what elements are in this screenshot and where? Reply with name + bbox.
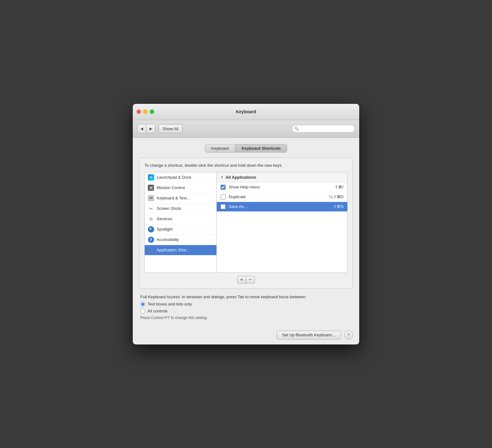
category-mission[interactable]: ▦ Mission Control xyxy=(145,183,216,193)
launchpad-icon: ⊞ xyxy=(148,174,154,181)
main-panel: To change a shortcut, double-click the s… xyxy=(139,158,353,289)
category-screenshots[interactable]: ✂ Screen Shots xyxy=(145,204,216,214)
content-area: Keyboard Keyboard Shortcuts To change a … xyxy=(133,138,359,326)
main-window: Keyboard ◀ ▶ Show All 🔍 Keyboard Keyboar… xyxy=(133,104,359,344)
traffic-lights xyxy=(137,109,154,114)
bluetooth-keyboard-button[interactable]: Set Up Bluetooth Keyboard… xyxy=(277,331,341,339)
shortcut-name-duplicate: Duplicate xyxy=(229,194,328,199)
forward-button[interactable]: ▶ xyxy=(146,124,155,133)
shortcut-group-label: All Applications xyxy=(226,175,256,180)
collapse-triangle[interactable]: ▼ xyxy=(221,176,224,179)
close-button[interactable] xyxy=(137,109,141,114)
shortcut-checkbox-show-help[interactable] xyxy=(221,185,226,190)
shortcut-checkbox-duplicate[interactable] xyxy=(221,194,226,199)
shortcuts-panel: ▼ All Applications Show Help menu ⇧⌘/ Du… xyxy=(217,172,348,273)
maximize-button[interactable] xyxy=(150,109,154,114)
window-title: Keyboard xyxy=(236,109,256,114)
instruction-text: To change a shortcut, double-click the s… xyxy=(144,163,348,168)
keyboard-access-title: Full Keyboard Access: In windows and dia… xyxy=(140,294,352,299)
keyboard-text-icon: ⌨ xyxy=(148,195,154,201)
titlebar: Keyboard xyxy=(133,104,359,120)
category-launchpad[interactable]: ⊞ Launchpad & Dock xyxy=(145,172,216,183)
shortcut-keys-save-as: ⇧⌘S xyxy=(333,204,344,209)
mission-icon: ▦ xyxy=(148,185,154,191)
category-services[interactable]: ⚙ Services xyxy=(145,214,216,224)
remove-shortcut-button[interactable]: − xyxy=(246,276,255,283)
search-input[interactable] xyxy=(292,125,355,132)
search-icon: 🔍 xyxy=(294,126,299,131)
toolbar: ◀ ▶ Show All 🔍 xyxy=(133,120,359,138)
keyboard-access-hint: Press Control+F7 to change this setting. xyxy=(140,316,352,320)
shortcut-row-show-help[interactable]: Show Help menu ⇧⌘/ xyxy=(217,182,347,192)
shortcut-row-duplicate[interactable]: Duplicate ⌥⇧⌘D xyxy=(217,192,347,202)
radio-all-controls-label: All controls xyxy=(148,309,168,313)
services-icon: ⚙ xyxy=(148,216,154,222)
radio-all-controls[interactable]: All controls xyxy=(140,309,352,314)
category-spotlight[interactable]: 🔍 Spotlight xyxy=(145,224,216,235)
radio-all-controls-input[interactable] xyxy=(140,309,145,314)
radio-text-boxes[interactable]: Text boxes and lists only xyxy=(140,302,352,307)
app-shortcuts-icon: △ xyxy=(148,247,154,253)
back-button[interactable]: ◀ xyxy=(137,124,146,133)
bottom-bar: Set Up Bluetooth Keyboard… ? xyxy=(133,326,359,344)
tab-keyboard[interactable]: Keyboard xyxy=(205,144,236,152)
search-field: 🔍 xyxy=(292,125,355,132)
shortcut-name-show-help: Show Help menu xyxy=(229,185,335,189)
shortcut-row-save-as[interactable]: Save As… ⇧⌘S xyxy=(217,202,347,211)
shortcut-checkbox-save-as[interactable] xyxy=(221,204,226,209)
minimize-button[interactable] xyxy=(143,109,148,114)
category-keyboard-text[interactable]: ⌨ Keyboard & Text... xyxy=(145,193,216,204)
nav-buttons: ◀ ▶ xyxy=(137,124,155,133)
shortcuts-layout: ⊞ Launchpad & Dock ▦ Mission Control ⌨ K… xyxy=(144,172,348,273)
add-shortcut-button[interactable]: + xyxy=(237,276,246,283)
tab-keyboard-shortcuts[interactable]: Keyboard Shortcuts xyxy=(235,144,287,152)
tabs-container: Keyboard Keyboard Shortcuts xyxy=(139,144,353,153)
radio-text-boxes-label: Text boxes and lists only xyxy=(148,302,192,306)
shortcut-group-header: ▼ All Applications xyxy=(217,172,347,182)
categories-list: ⊞ Launchpad & Dock ▦ Mission Control ⌨ K… xyxy=(144,172,217,273)
category-app-shortcuts[interactable]: △ Application Shor... xyxy=(145,245,216,255)
category-accessibility[interactable]: ♿ Accessibility xyxy=(145,235,216,245)
show-all-button[interactable]: Show All xyxy=(159,124,182,133)
add-remove-buttons: + − xyxy=(144,276,348,283)
tab-group: Keyboard Keyboard Shortcuts xyxy=(205,144,288,153)
accessibility-icon: ♿ xyxy=(148,237,154,243)
keyboard-access-section: Full Keyboard Access: In windows and dia… xyxy=(139,294,353,320)
shortcut-keys-duplicate: ⌥⇧⌘D xyxy=(328,194,344,199)
screenshots-icon: ✂ xyxy=(148,205,154,212)
shortcut-name-save-as: Save As… xyxy=(229,204,333,209)
shortcut-keys-show-help: ⇧⌘/ xyxy=(335,185,344,189)
spotlight-icon: 🔍 xyxy=(148,226,154,232)
radio-text-boxes-input[interactable] xyxy=(140,302,145,307)
help-button[interactable]: ? xyxy=(344,331,353,339)
